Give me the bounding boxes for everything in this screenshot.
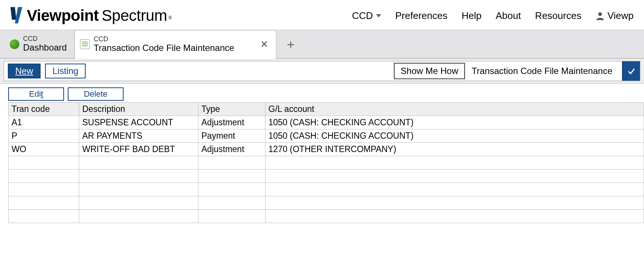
table-row-empty bbox=[9, 210, 644, 223]
cell-gl: 1050 (CASH: CHECKING ACCOUNT) bbox=[265, 116, 644, 129]
tab-transaction-code-maintenance[interactable]: CCD Transaction Code File Maintenance ✕ bbox=[74, 30, 276, 59]
svg-point-2 bbox=[598, 12, 602, 16]
col-tran-code[interactable]: Tran code bbox=[9, 103, 79, 116]
check-icon bbox=[627, 67, 636, 75]
col-description[interactable]: Description bbox=[79, 103, 198, 116]
delete-button[interactable]: Delete bbox=[68, 87, 124, 101]
toolbar-wrap: New Listing Show Me How Transaction Code… bbox=[0, 59, 644, 84]
table-row[interactable]: A1SUSPENSE ACCOUNTAdjustment1050 (CASH: … bbox=[9, 116, 644, 129]
brand-name-1: Viewpoint bbox=[27, 7, 99, 25]
listing-button[interactable]: Listing bbox=[45, 64, 86, 78]
top-nav: CCD Preferences Help About Resources Vie… bbox=[352, 10, 634, 22]
cell-type: Adjustment bbox=[198, 143, 265, 156]
table-row-empty bbox=[9, 183, 644, 196]
nav-preferences[interactable]: Preferences bbox=[395, 10, 447, 22]
cell-gl: 1050 (CASH: CHECKING ACCOUNT) bbox=[265, 129, 644, 143]
user-label: Viewp bbox=[608, 10, 634, 22]
toolbar: New Listing Show Me How Transaction Code… bbox=[4, 61, 640, 81]
cell-code: WO bbox=[9, 143, 79, 156]
cell-type: Payment bbox=[198, 129, 265, 143]
table-row-empty bbox=[9, 156, 644, 170]
brand-logo: Viewpoint Spectrum ® bbox=[10, 7, 172, 25]
table-row[interactable]: WOWRITE-OFF BAD DEBTAdjustment1270 (OTHE… bbox=[9, 143, 644, 156]
tab-title: Dashboard bbox=[23, 43, 67, 52]
col-type[interactable]: Type bbox=[198, 103, 265, 116]
chevron-down-icon bbox=[376, 14, 381, 17]
dashboard-icon bbox=[10, 39, 19, 49]
app-header: Viewpoint Spectrum ® CCD Preferences Hel… bbox=[0, 0, 644, 30]
cell-desc: AR PAYMENTS bbox=[79, 129, 198, 143]
table-row-empty bbox=[9, 196, 644, 210]
user-menu[interactable]: Viewp bbox=[596, 10, 634, 22]
company-selector[interactable]: CCD bbox=[352, 10, 381, 22]
company-code: CCD bbox=[352, 10, 373, 22]
transaction-code-table: Tran code Description Type G/L account A… bbox=[8, 102, 644, 223]
cell-code: P bbox=[9, 129, 79, 143]
brand-registered: ® bbox=[169, 15, 172, 20]
close-icon[interactable]: ✕ bbox=[260, 39, 268, 50]
cell-code: A1 bbox=[9, 116, 79, 129]
new-button[interactable]: New bbox=[8, 64, 41, 78]
document-icon bbox=[80, 39, 90, 49]
nav-resources[interactable]: Resources bbox=[535, 10, 581, 22]
tab-title: Transaction Code File Maintenance bbox=[93, 43, 234, 53]
svg-marker-0 bbox=[10, 7, 16, 20]
tab-dashboard[interactable]: CCD Dashboard bbox=[4, 30, 74, 58]
cell-desc: WRITE-OFF BAD DEBT bbox=[79, 143, 198, 156]
show-me-how-button[interactable]: Show Me How bbox=[394, 63, 465, 79]
cell-type: Adjustment bbox=[198, 116, 265, 129]
table-row[interactable]: PAR PAYMENTSPayment1050 (CASH: CHECKING … bbox=[9, 129, 644, 143]
nav-about[interactable]: About bbox=[495, 10, 521, 22]
tab-company-label: CCD bbox=[23, 35, 67, 43]
cell-desc: SUSPENSE ACCOUNT bbox=[79, 116, 198, 129]
brand-name-2: Spectrum bbox=[102, 7, 167, 25]
col-gl-account[interactable]: G/L account bbox=[265, 103, 644, 116]
add-tab-button[interactable]: ＋ bbox=[276, 30, 305, 58]
tab-strip: CCD Dashboard CCD Transaction Code File … bbox=[0, 30, 644, 59]
edit-button[interactable]: Edit bbox=[8, 87, 64, 101]
svg-marker-1 bbox=[15, 7, 22, 23]
viewpoint-logo-icon bbox=[10, 7, 22, 24]
user-icon bbox=[596, 11, 605, 20]
tab-company-label: CCD bbox=[93, 36, 234, 43]
page-title: Transaction Code File Maintenance bbox=[472, 66, 615, 76]
confirm-button[interactable] bbox=[622, 61, 640, 81]
table-row-empty bbox=[9, 170, 644, 183]
nav-help[interactable]: Help bbox=[462, 10, 481, 22]
grid-actions: Edit Delete bbox=[0, 84, 644, 102]
cell-gl: 1270 (OTHER INTERCOMPANY) bbox=[265, 143, 644, 156]
table-header-row: Tran code Description Type G/L account bbox=[9, 103, 644, 116]
